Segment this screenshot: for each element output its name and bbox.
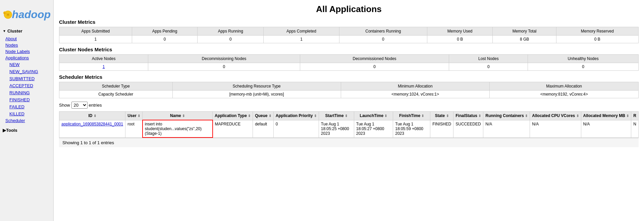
cluster-nodes-metrics-table: Active Nodes Decommissioning Nodes Decom… [59,54,639,71]
entries-select[interactable]: 10 20 50 100 [71,102,88,109]
launchtime-sort-icon: ⇕ [384,114,387,118]
tools-header[interactable]: ▶ Tools [0,126,53,135]
cluster-metrics-title: Cluster Metrics [59,19,639,25]
col-allocated-cpu[interactable]: Allocated CPU VCores ⇕ [530,112,581,120]
show-label: Show [59,103,70,108]
col-allocated-memory[interactable]: Allocated Memory MB ⇕ [581,112,631,120]
val-apps-running: 0 [198,36,264,43]
sidebar-item-nodes[interactable]: Nodes [0,42,53,48]
tools-label: Tools [6,128,17,133]
footer-info: Showing 1 to 1 of 1 entries [59,138,639,147]
val-apps-pending: 0 [132,36,198,43]
val-minimum-allocation: <memory:1024, vCores:1> [341,91,490,98]
col-scheduler-type: Scheduler Type [59,82,173,91]
cell-finish-time: Tue Aug 1 18:05:59 +0800 2023 [393,120,430,137]
cell-final-status: SUCCEEDED [453,120,483,137]
val-memory-total: 8 GB [493,36,556,43]
id-sort-icon: ⇕ [94,114,96,118]
state-sort-icon: ⇕ [446,114,449,118]
val-decommissioning-nodes: 0 [148,63,300,71]
sidebar-item-about[interactable]: About [0,36,53,42]
hadoop-logo: H h hadoop [0,3,53,26]
col-queue[interactable]: Queue ⇕ [253,112,274,120]
col-lost-nodes: Lost Nodes [449,55,528,63]
memory-sort-icon: ⇕ [626,114,629,118]
val-memory-used: 0 B [427,36,492,43]
cell-allocated-cpu: N/A [530,120,581,137]
cluster-label: Cluster [7,29,22,34]
page-title: All Applications [59,4,639,14]
sidebar-item-scheduler[interactable]: Scheduler [0,117,53,124]
sidebar-item-node-labels[interactable]: Node Labels [0,48,53,55]
starttime-sort-icon: ⇕ [345,114,347,118]
svg-text:H: H [7,13,9,17]
priority-sort-icon: ⇕ [314,114,317,118]
col-decommissioning-nodes: Decommissioning Nodes [148,55,300,63]
col-memory-used: Memory Used [427,27,492,36]
col-launch-time[interactable]: LaunchTime ⇕ [354,112,393,120]
sidebar-item-accepted[interactable]: ACCEPTED [0,82,53,89]
cell-running-containers: N/A [483,120,530,137]
cluster-metrics-table: Apps Submitted Apps Pending Apps Running… [59,27,639,43]
footer-text: Showing 1 to 1 of 1 entries [62,140,114,145]
val-memory-reserved: 0 B [556,36,638,43]
col-apps-running: Apps Running [198,27,264,36]
containers-sort-icon: ⇕ [525,114,528,118]
col-memory-total: Memory Total [493,27,556,36]
col-r: R [631,112,639,120]
col-app-priority[interactable]: Application Priority ⇕ [273,112,319,120]
val-unhealthy-nodes: 0 [528,63,639,71]
cell-start-time: Tue Aug 1 18:05:25 +0800 2023 [319,120,354,137]
col-name[interactable]: Name ⇕ [143,112,213,120]
col-unhealthy-nodes: Unhealthy Nodes [528,55,639,63]
sidebar-item-running[interactable]: RUNNING [0,89,53,96]
sidebar-item-failed[interactable]: FAILED [0,103,53,110]
cell-app-type: MAPREDUCE [213,120,253,137]
cell-id[interactable]: application_1690853828441_0001 [59,120,125,137]
col-user[interactable]: User ⇕ [125,112,143,120]
col-start-time[interactable]: StartTime ⇕ [319,112,354,120]
col-memory-reserved: Memory Reserved [556,27,638,36]
col-apps-completed: Apps Completed [264,27,339,36]
val-lost-nodes: 0 [449,63,528,71]
col-app-type[interactable]: Application Type ⇕ [213,112,253,120]
sidebar-item-killed[interactable]: KILLED [0,110,53,117]
col-finish-time[interactable]: FinishTime ⇕ [393,112,430,120]
val-apps-completed: 1 [264,36,339,43]
sidebar-item-submitted[interactable]: SUBMITTED [0,75,53,82]
col-state[interactable]: State ⇕ [430,112,453,120]
finishtime-sort-icon: ⇕ [421,114,424,118]
sidebar-item-applications[interactable]: Applications [0,55,53,61]
col-active-nodes: Active Nodes [59,55,148,63]
col-final-status[interactable]: FinalStatus ⇕ [453,112,483,120]
cell-launch-time: Tue Aug 1 18:05:27 +0800 2023 [354,120,393,137]
col-scheduling-resource-type: Scheduling Resource Type [172,82,341,91]
applications-table: ID ⇕ User ⇕ Name ⇕ Application Type ⇕ Qu… [59,111,639,138]
val-active-nodes[interactable]: 1 [59,63,148,71]
sidebar-item-finished[interactable]: FINISHED [0,96,53,103]
sidebar-item-new[interactable]: NEW [0,61,53,68]
entries-label: entries [89,103,102,108]
cluster-nodes-metrics-title: Cluster Nodes Metrics [59,47,639,52]
cell-priority: 0 [273,120,319,137]
col-id[interactable]: ID ⇕ [59,112,125,120]
val-apps-submitted: 1 [59,36,132,43]
val-maximum-allocation: <memory:8192, vCores:4> [490,91,639,98]
col-apps-pending: Apps Pending [132,27,198,36]
col-decommissioned-nodes: Decommissioned Nodes [300,55,449,63]
name-sort-icon: ⇕ [182,114,185,118]
col-apps-submitted: Apps Submitted [59,27,132,36]
show-entries-bar: Show 10 20 50 100 entries [59,102,639,109]
cpu-sort-icon: ⇕ [576,114,579,118]
cluster-header[interactable]: ▼ Cluster [0,26,53,36]
svg-text:h: h [4,12,6,14]
apptype-sort-icon: ⇕ [248,114,251,118]
cluster-arrow-icon: ▼ [3,29,6,33]
val-containers-running: 0 [339,36,427,43]
cell-queue: default [253,120,274,137]
sidebar-item-new-saving[interactable]: NEW_SAVING [0,68,53,75]
scheduler-metrics-table: Scheduler Type Scheduling Resource Type … [59,82,639,98]
finalstatus-sort-icon: ⇕ [478,114,481,118]
col-running-containers[interactable]: Running Containers ⇕ [483,112,530,120]
user-sort-icon: ⇕ [138,114,140,118]
